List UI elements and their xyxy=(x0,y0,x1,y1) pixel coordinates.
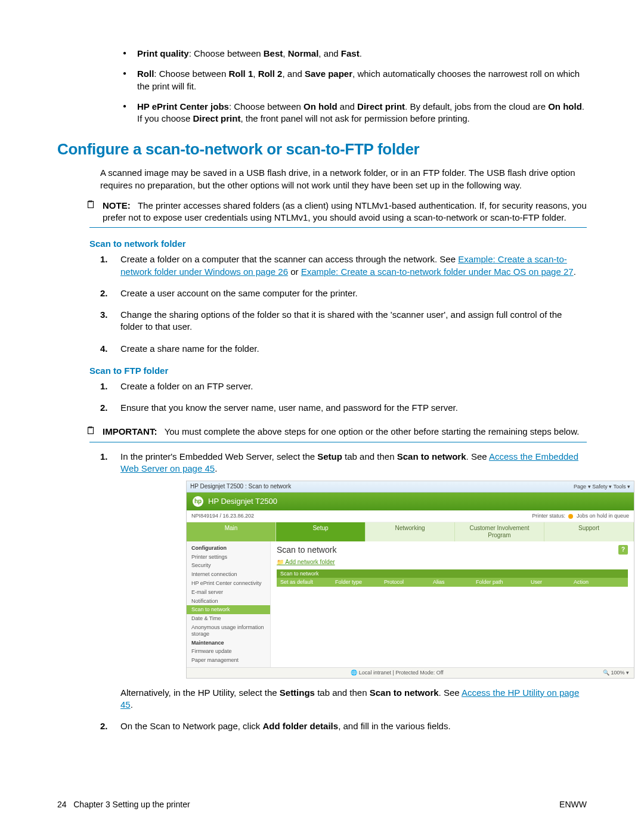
table-caption-row: Scan to network xyxy=(277,569,628,578)
footer-right: ENWW xyxy=(559,800,587,809)
option: Roll 2 xyxy=(258,69,283,79)
text: or xyxy=(288,267,301,277)
option: On hold xyxy=(548,101,582,112)
text: . See xyxy=(466,451,489,462)
section-title: Configure a scan-to-network or scan-to-F… xyxy=(57,140,587,159)
final-steps: In the printer's Embedded Web Server, se… xyxy=(100,451,587,733)
option-name: Scan to network xyxy=(370,688,439,698)
text: , and fill in the various fields. xyxy=(338,721,450,731)
tab-name: Settings xyxy=(280,688,315,698)
label: Roll xyxy=(137,69,154,79)
col-protocol: Protocol xyxy=(380,578,429,587)
option: Fast xyxy=(341,48,360,58)
note-body: The printer accesses shared folders (as … xyxy=(103,200,587,222)
sidebar-item-printer-settings[interactable]: Printer settings xyxy=(187,553,270,562)
help-icon[interactable]: ? xyxy=(618,545,628,555)
important-body: You must complete the above steps for on… xyxy=(165,426,580,436)
intro-paragraph: A scanned image may be saved in a USB fl… xyxy=(100,167,587,191)
subheading-scan-ftp: Scan to FTP folder xyxy=(89,366,587,376)
option: Save paper xyxy=(305,69,352,79)
ews-sidebar: Configuration Printer settings Security … xyxy=(187,541,271,667)
text: . By default, jobs from the cloud are xyxy=(405,101,548,112)
text: , the front panel will not ask for permi… xyxy=(240,113,469,123)
important-block: 🗒 IMPORTANT: You must complete the above… xyxy=(89,423,587,442)
ews-main-title: Scan to network ? xyxy=(277,545,628,555)
status-dot-icon xyxy=(568,514,573,519)
chapter-title: Chapter 3 Setting up the printer xyxy=(73,800,190,809)
tab-support[interactable]: Support xyxy=(544,522,634,541)
tab-networking[interactable]: Networking xyxy=(366,522,455,541)
col-folder-path: Folder path xyxy=(472,578,527,587)
printer-status: Printer status: Jobs on hold in queue xyxy=(532,513,629,519)
text: , xyxy=(253,69,258,79)
text: : Choose between xyxy=(154,69,228,79)
ews-screenshot: HP Designjet T2500 : Scan to network Pag… xyxy=(186,481,634,679)
text: On the Scan to Network page, click xyxy=(120,721,262,731)
add-network-folder-link[interactable]: 📁 Add network folder xyxy=(277,559,335,566)
ews-tabs: Main Setup Networking Customer Involveme… xyxy=(187,522,634,541)
col-folder-type: Folder type xyxy=(332,578,380,587)
step-2: Ensure that you know the server name, us… xyxy=(100,402,587,414)
sidebar-item-firmware[interactable]: Firmware update xyxy=(187,647,270,656)
text: : Choose between xyxy=(189,48,264,58)
text: . See xyxy=(439,688,462,698)
option: On hold xyxy=(304,101,338,112)
tab-main[interactable]: Main xyxy=(187,522,276,541)
note-icon: 🗒 xyxy=(86,199,96,212)
alt-paragraph: Alternatively, in the HP Utility, select… xyxy=(120,687,587,711)
col-user: User xyxy=(527,578,570,587)
status-label: Printer status: xyxy=(532,513,565,519)
status-zoom: 🔍 100% ▾ xyxy=(603,670,629,676)
sidebar-item-paper[interactable]: Paper management xyxy=(187,656,270,665)
note-text xyxy=(133,200,138,210)
zone-text: Local intranet | Protected Mode: Off xyxy=(359,670,444,676)
hp-logo-icon: hp xyxy=(193,496,203,507)
link-label: Add network folder xyxy=(285,559,335,565)
tab-cip[interactable]: Customer Involvement Program xyxy=(455,522,544,541)
text: : Choose between xyxy=(229,101,304,112)
bullet-roll: Roll: Choose between Roll 1, Roll 2, and… xyxy=(123,68,587,92)
step-1: In the printer's Embedded Web Server, se… xyxy=(100,451,587,711)
ews-body: Configuration Printer settings Security … xyxy=(187,541,634,667)
sidebar-item-notification[interactable]: Notification xyxy=(187,597,270,606)
sidebar-item-security[interactable]: Security xyxy=(187,561,270,570)
sidebar-item-eprint[interactable]: HP ePrint Center connectivity xyxy=(187,579,270,588)
label: Print quality xyxy=(137,48,189,58)
zoom-text: 100% ▾ xyxy=(611,670,629,676)
subheading-scan-network: Scan to network folder xyxy=(89,239,587,249)
important-icon: 🗒 xyxy=(86,425,96,438)
tab-name: Setup xyxy=(317,451,342,462)
ews-main: Scan to network ? 📁 Add network folder S… xyxy=(271,541,634,667)
button-name: Add folder details xyxy=(262,721,338,731)
text: tab and then xyxy=(342,451,397,462)
sidebar-item-datetime[interactable]: Date & Time xyxy=(187,614,270,623)
page-number: 24 xyxy=(57,800,67,809)
table-caption: Scan to network xyxy=(277,569,628,578)
scan-network-steps: Create a folder on a computer that the s… xyxy=(100,253,587,355)
link-macos-example[interactable]: Example: Create a scan-to-network folder… xyxy=(301,267,574,277)
sidebar-item-anon[interactable]: Anonymous usage information storage xyxy=(187,623,270,639)
text: , and xyxy=(318,48,341,58)
sidebar-heading-maintenance: Maintenance xyxy=(187,639,270,648)
text: and xyxy=(338,101,357,112)
sidebar-item-email[interactable]: E-mail server xyxy=(187,588,270,597)
text: Create a folder on a computer that the s… xyxy=(120,254,458,264)
sidebar-item-scan-network[interactable]: Scan to network xyxy=(187,605,270,614)
step-4: Create a share name for the folder. xyxy=(100,343,587,355)
document-page: Print quality: Choose between Best, Norm… xyxy=(0,0,644,833)
scan-ftp-steps: Create a folder on an FTP server. Ensure… xyxy=(100,380,587,414)
important-label: IMPORTANT: xyxy=(103,426,157,436)
note-label: NOTE: xyxy=(103,200,131,210)
sidebar-item-internet[interactable]: Internet connection xyxy=(187,570,270,579)
col-default: Set as default xyxy=(277,578,332,587)
page-footer: 24 Chapter 3 Setting up the printer ENWW xyxy=(57,800,587,809)
option: Best xyxy=(264,48,283,58)
text: . xyxy=(360,48,362,58)
text: . xyxy=(215,463,217,473)
step-3: Change the sharing options of the folder… xyxy=(100,309,587,333)
tab-setup[interactable]: Setup xyxy=(276,522,366,541)
step-1: Create a folder on an FTP server. xyxy=(100,380,587,392)
ip-address: NPI849194 / 16.23.86.202 xyxy=(191,513,254,519)
ews-header: hp HP Designjet T2500 xyxy=(187,493,634,510)
text: . xyxy=(574,267,576,277)
